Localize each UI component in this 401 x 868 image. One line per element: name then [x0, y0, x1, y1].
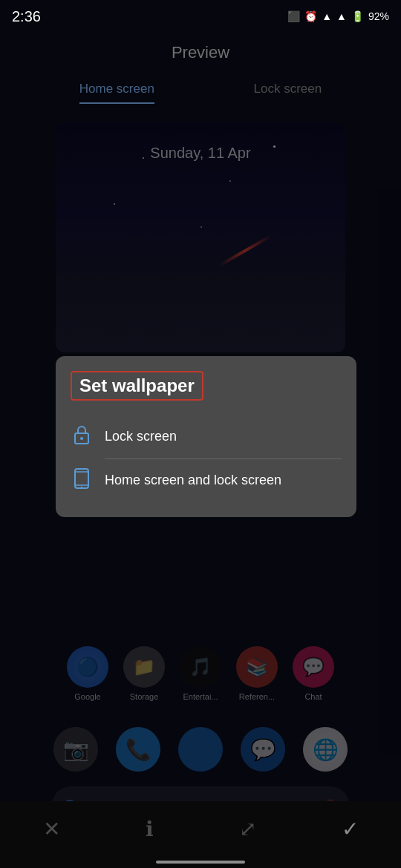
lock-screen-label: Lock screen: [105, 428, 177, 445]
status-bar: 2:36 ⬛ ⏰ ▲ ▲ 🔋 92%: [0, 0, 401, 33]
signal-icon: ▲: [336, 10, 347, 22]
lock-screen-option[interactable]: Lock screen: [71, 415, 342, 458]
lock-icon: [71, 424, 93, 450]
status-time: 2:36: [12, 8, 41, 25]
alarm-icon: ⏰: [304, 10, 317, 22]
screen-rotate-icon: ⬛: [287, 10, 300, 22]
battery-percent: 92%: [368, 10, 389, 22]
wifi-icon: ▲: [322, 10, 332, 22]
status-icons: ⬛ ⏰ ▲ ▲ 🔋 92%: [287, 10, 389, 22]
battery-icon: 🔋: [351, 10, 364, 22]
set-wallpaper-dialog: Set wallpaper Lock screen Home screen an…: [56, 356, 356, 517]
svg-point-5: [81, 487, 82, 488]
svg-point-1: [80, 437, 83, 440]
dialog-title: Set wallpaper: [71, 371, 203, 401]
home-and-lock-label: Home screen and lock screen: [105, 472, 281, 489]
home-and-lock-option[interactable]: Home screen and lock screen: [71, 459, 342, 502]
phone-icon: [71, 468, 93, 493]
